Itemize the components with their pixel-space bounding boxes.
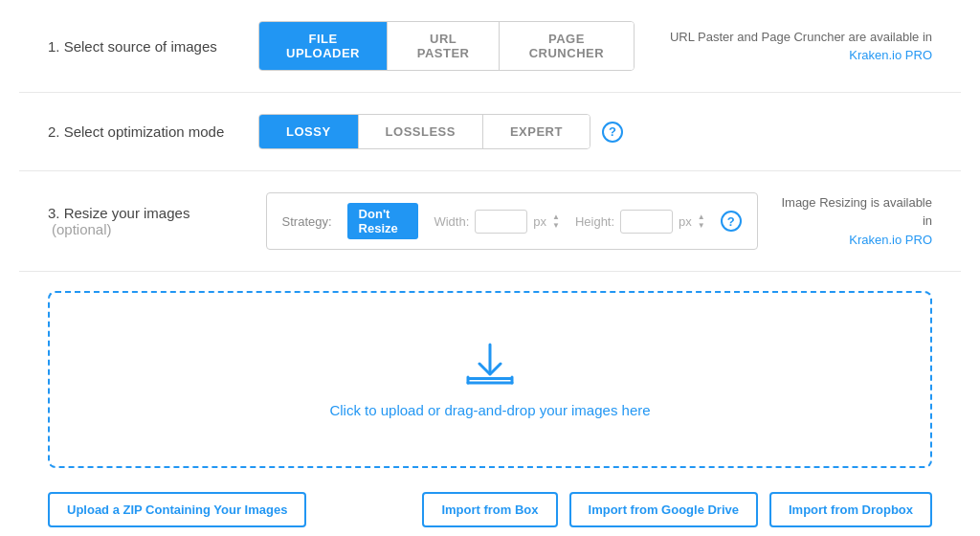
optimization-controls: LOSSY LOSSLESS EXPERT ? — [258, 114, 623, 149]
tab-expert[interactable]: EXPERT — [483, 115, 590, 148]
tab-page-cruncher[interactable]: PAGE CRUNCHER — [500, 22, 633, 70]
strategy-value[interactable]: Don't Resize — [347, 203, 419, 239]
resize-label-main: 3. Resize your images — [48, 205, 189, 221]
height-group: Height: px ▲ ▼ — [575, 210, 705, 234]
width-unit: px — [533, 214, 546, 229]
resize-help-icon[interactable]: ? — [721, 211, 742, 232]
source-tab-group: FILE UPLOADER URL PASTER PAGE CRUNCHER — [258, 21, 635, 71]
height-label: Height: — [575, 214, 614, 229]
resize-hint: Image Resizing is available in Kraken.io… — [777, 193, 932, 250]
import-google-drive-button[interactable]: Import from Google Drive — [569, 492, 758, 527]
source-hint-prefix: URL Paster and Page Cruncher — [670, 30, 845, 44]
source-section: 1. Select source of images FILE UPLOADER… — [19, 0, 961, 93]
width-label: Width: — [434, 214, 469, 229]
tab-url-paster[interactable]: URL PASTER — [388, 22, 500, 70]
upload-icon — [464, 341, 516, 387]
resize-hint-middle: is available in — [867, 195, 932, 229]
import-dropbox-button[interactable]: Import from Dropbox — [769, 492, 932, 527]
tab-lossy[interactable]: LOSSY — [259, 115, 359, 148]
upload-zip-button[interactable]: Upload a ZIP Containing Your Images — [48, 492, 306, 527]
source-hint: URL Paster and Page Cruncher are availab… — [654, 28, 932, 65]
resize-hint-prefix: Image Resizing — [781, 195, 867, 210]
resize-section: 3. Resize your images (optional) Strateg… — [19, 171, 961, 272]
import-box-button[interactable]: Import from Box — [422, 492, 557, 527]
drop-zone[interactable]: Click to upload or drag-and-drop your im… — [48, 291, 932, 468]
tab-lossless[interactable]: LOSSLESS — [359, 115, 483, 148]
resize-label: 3. Resize your images (optional) — [48, 205, 247, 237]
drop-text: Click to upload or drag-and-drop your im… — [329, 402, 650, 418]
optimization-tab-group: LOSSY LOSSLESS EXPERT — [258, 114, 590, 149]
resize-controls: Strategy: Don't Resize Width: px ▲ ▼ Hei… — [266, 192, 758, 250]
optimization-label: 2. Select optimization mode — [48, 123, 239, 140]
width-group: Width: px ▲ ▼ — [434, 210, 560, 234]
strategy-label: Strategy: — [282, 214, 332, 229]
width-input[interactable] — [475, 210, 527, 234]
height-unit: px — [679, 214, 692, 229]
height-input[interactable] — [620, 210, 673, 234]
bottom-buttons: Upload a ZIP Containing Your Images Impo… — [19, 482, 961, 536]
source-hint-link[interactable]: Kraken.io PRO — [849, 48, 932, 62]
height-spinner[interactable]: ▲ ▼ — [698, 213, 705, 230]
tab-file-uploader[interactable]: FILE UPLOADER — [259, 22, 388, 70]
source-label: 1. Select source of images — [48, 38, 239, 55]
svg-rect-1 — [468, 377, 512, 380]
upload-section: Click to upload or drag-and-drop your im… — [19, 272, 961, 482]
optimization-section: 2. Select optimization mode LOSSY LOSSLE… — [19, 93, 961, 171]
resize-label-optional: (optional) — [52, 221, 112, 237]
resize-hint-link[interactable]: Kraken.io PRO — [849, 233, 932, 247]
source-hint-middle: are available in — [845, 30, 932, 44]
width-spinner[interactable]: ▲ ▼ — [552, 213, 560, 230]
optimization-help-icon[interactable]: ? — [602, 122, 623, 143]
